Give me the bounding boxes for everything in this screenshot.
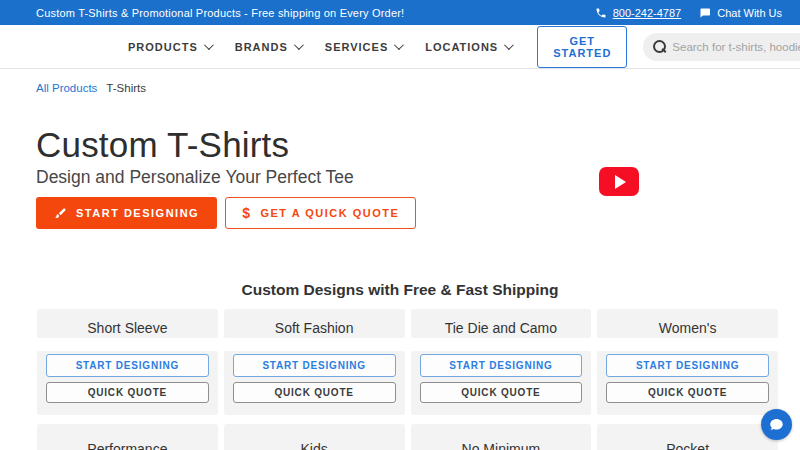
card-title: No Minimum (462, 431, 541, 450)
quick-quote-label: GET A QUICK QUOTE (260, 207, 399, 219)
nav-item-label: SERVICES (325, 41, 388, 53)
card-image-placeholder (37, 338, 218, 351)
card-title: Women's (659, 320, 717, 338)
quick-quote-button[interactable]: $ GET A QUICK QUOTE (225, 197, 416, 229)
category-card-tie-die-camo: Tie Die and Camo START DESIGNING QUICK Q… (411, 309, 592, 415)
chat-with-us-link[interactable]: Chat With Us (699, 7, 782, 19)
hero-subtitle: Design and Personalize Your Perfect Tee (36, 167, 764, 187)
phone-icon (595, 7, 607, 19)
card-title: Soft Fashion (275, 320, 354, 338)
nav-item-label: LOCATIONS (425, 41, 498, 53)
card-title: Short Sleeve (87, 320, 167, 338)
card-start-designing-button[interactable]: START DESIGNING (420, 354, 583, 377)
chevron-down-icon (394, 40, 404, 50)
card-title: Kids (301, 431, 328, 450)
phone-number: 800-242-4787 (613, 7, 682, 19)
nav-item-services[interactable]: SERVICES (325, 41, 401, 53)
chevron-down-icon (204, 40, 214, 50)
card-image-placeholder (224, 338, 405, 351)
card-image-placeholder (411, 338, 592, 351)
breadcrumb-all-products[interactable]: All Products (36, 82, 97, 94)
chevron-down-icon (504, 40, 514, 50)
category-card-performance: Performance (37, 424, 218, 450)
get-started-button[interactable]: GET STARTED (537, 26, 627, 68)
category-card-no-minimum: No Minimum (411, 424, 592, 450)
chat-bubble-icon (769, 417, 784, 432)
card-title: Performance (87, 431, 167, 450)
dollar-icon: $ (242, 205, 251, 221)
announcement-bar: Custom T-Shirts & Promotional Products -… (0, 0, 800, 25)
category-cards-row-2: Performance Kids No Minimum Pocket (37, 424, 778, 450)
nav-item-label: BRANDS (235, 41, 288, 53)
nav-item-brands[interactable]: BRANDS (235, 41, 301, 53)
search-input[interactable] (672, 41, 800, 53)
start-designing-label: START DESIGNING (76, 207, 199, 219)
youtube-play-button[interactable] (599, 167, 639, 196)
chevron-down-icon (294, 40, 304, 50)
card-quick-quote-button[interactable]: QUICK QUOTE (420, 382, 583, 403)
card-start-designing-button[interactable]: START DESIGNING (233, 354, 396, 377)
paintbrush-icon (54, 207, 67, 220)
chat-widget-button[interactable] (761, 409, 792, 440)
category-card-womens: Women's START DESIGNING QUICK QUOTE (597, 309, 778, 415)
phone-link[interactable]: 800-242-4787 (595, 7, 682, 19)
category-card-short-sleeve: Short Sleeve START DESIGNING QUICK QUOTE (37, 309, 218, 415)
chat-bubble-icon (699, 7, 711, 19)
search-bar[interactable] (643, 33, 800, 61)
nav-item-locations[interactable]: LOCATIONS (425, 41, 511, 53)
nav-item-label: PRODUCTS (128, 41, 198, 53)
chat-with-us-label: Chat With Us (717, 7, 782, 19)
page-title: Custom T-Shirts (36, 127, 764, 163)
card-quick-quote-button[interactable]: QUICK QUOTE (46, 382, 209, 403)
section-heading: Custom Designs with Free & Fast Shipping (0, 281, 800, 299)
category-cards-row-1: Short Sleeve START DESIGNING QUICK QUOTE… (37, 309, 778, 415)
card-quick-quote-button[interactable]: QUICK QUOTE (233, 382, 396, 403)
main-nav: PRODUCTS BRANDS SERVICES LOCATIONS GET S… (0, 25, 800, 69)
play-icon (615, 175, 626, 189)
card-quick-quote-button[interactable]: QUICK QUOTE (606, 382, 769, 403)
category-card-kids: Kids (224, 424, 405, 450)
search-icon (653, 40, 666, 53)
category-card-soft-fashion: Soft Fashion START DESIGNING QUICK QUOTE (224, 309, 405, 415)
breadcrumb: All Products T-Shirts (0, 69, 800, 99)
start-designing-button[interactable]: START DESIGNING (36, 197, 217, 229)
card-start-designing-button[interactable]: START DESIGNING (46, 354, 209, 377)
card-title: Pocket (666, 431, 709, 450)
announcement-text: Custom T-Shirts & Promotional Products -… (36, 7, 595, 19)
topbar-actions: 800-242-4787 Chat With Us (595, 7, 782, 19)
card-title: Tie Die and Camo (445, 320, 557, 338)
nav-item-products[interactable]: PRODUCTS (128, 41, 211, 53)
card-start-designing-button[interactable]: START DESIGNING (606, 354, 769, 377)
hero-section: Custom T-Shirts Design and Personalize Y… (0, 99, 800, 229)
card-image-placeholder (597, 338, 778, 351)
category-card-pocket: Pocket (597, 424, 778, 450)
breadcrumb-current: T-Shirts (106, 82, 146, 94)
hero-cta-row: START DESIGNING $ GET A QUICK QUOTE (36, 197, 764, 229)
